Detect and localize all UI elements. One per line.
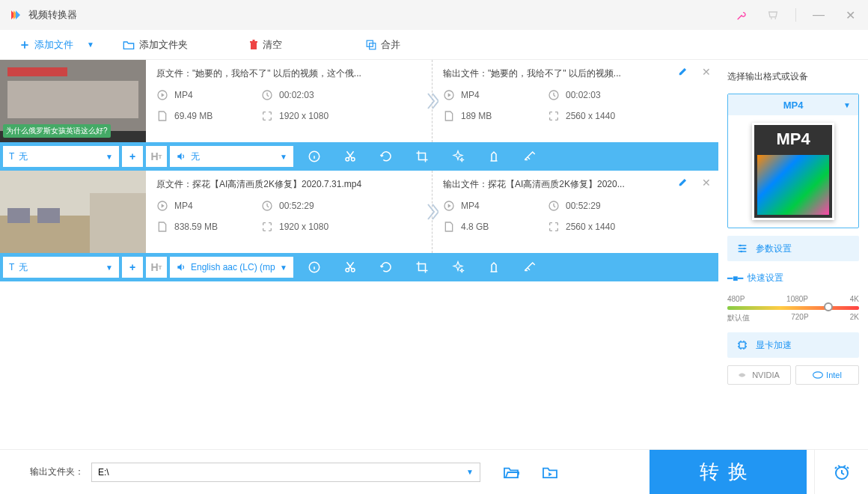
output-duration: 00:02:03 (548, 89, 623, 101)
watermark-tool[interactable] (476, 142, 512, 171)
format-dropdown[interactable]: MP4▼ (728, 94, 858, 115)
subtitle-dropdown[interactable]: T无▼ (3, 257, 119, 278)
add-subtitle-button[interactable]: + (122, 146, 143, 167)
intel-button[interactable]: Intel (795, 365, 859, 385)
effect-tool[interactable] (440, 253, 476, 281)
subtitle-tool[interactable] (512, 253, 548, 281)
intel-icon (813, 371, 823, 379)
quality-slider[interactable]: 480P1080P4K 默认值720P2K (727, 295, 859, 325)
output-size: 189 MB (443, 110, 518, 122)
mp4-preview-icon: MP4 (752, 123, 834, 220)
crop-tool[interactable] (404, 253, 440, 281)
thumb-image (0, 171, 146, 253)
effect-tool[interactable] (440, 142, 476, 171)
clear-label: 清空 (263, 38, 282, 52)
hardcode-subtitle-button[interactable]: HT (146, 257, 167, 278)
slider-thumb[interactable] (824, 302, 833, 311)
rotate-tool[interactable] (368, 142, 404, 171)
subtitle-dropdown[interactable]: T无▼ (3, 146, 119, 167)
nvidia-icon (739, 371, 749, 379)
clear-button[interactable]: 清空 (239, 33, 293, 57)
clock-icon (261, 89, 273, 101)
source-size: 838.59 MB (156, 221, 231, 233)
add-file-label: 添加文件 (34, 38, 73, 52)
convert-button[interactable]: 转换 (650, 450, 807, 495)
file-list: 为什么俄罗斯女孩英语这么好? 原文件："她要的，我给不了" 以后的视频，这个俄.… (0, 60, 718, 449)
thumb-caption: 为什么俄罗斯女孩英语这么好? (3, 124, 111, 138)
audio-icon (176, 262, 186, 272)
sidebar: 选择输出格式或设备 MP4▼ MP4 参数设置 ━■━快速设置 480P1080… (718, 60, 868, 449)
info-tool[interactable] (296, 253, 332, 281)
svg-point-25 (739, 245, 742, 247)
thumbnail[interactable] (0, 171, 146, 253)
source-duration: 00:52:29 (261, 200, 336, 212)
output-duration: 00:52:29 (548, 200, 623, 212)
merge-button[interactable]: 合并 (355, 33, 411, 57)
gpu-label: 显卡加速 (756, 339, 792, 352)
source-meta-2: 69.49 MB 1920 x 1080 (156, 110, 421, 122)
arrow-divider-icon (427, 203, 438, 221)
edit-tools (296, 253, 715, 281)
file-icon (156, 110, 168, 122)
add-folder-button[interactable]: 添加文件夹 (112, 33, 198, 57)
sidebar-title: 选择输出格式或设备 (727, 70, 859, 83)
output-resolution: 2560 x 1440 (548, 110, 623, 122)
file-row: 原文件：探花【AI高清画质2K修复】2020.7.31.mp4 MP4 00:5… (0, 171, 718, 253)
gpu-accel-button[interactable]: 显卡加速 (727, 332, 859, 358)
edit-icon[interactable] (678, 177, 688, 187)
subtitle-tool[interactable] (512, 142, 548, 171)
file-panels: 原文件：探花【AI高清画质2K修复】2020.7.31.mp4 MP4 00:5… (146, 171, 718, 253)
cart-icon[interactable] (764, 6, 782, 24)
add-file-dropdown[interactable]: ▼ (87, 40, 94, 49)
file-item: 为什么俄罗斯女孩英语这么好? 原文件："她要的，我给不了" 以后的视频，这个俄.… (0, 60, 718, 171)
titlebar-right: — ✕ (733, 6, 859, 24)
cut-tool[interactable] (332, 142, 368, 171)
audio-dropdown[interactable]: 无▼ (170, 146, 293, 167)
svg-rect-17 (90, 193, 146, 253)
open-folder-button[interactable] (503, 466, 519, 479)
source-duration: 00:02:03 (261, 89, 336, 101)
bottom-bar: 输出文件夹： E:\▼ 转换 (0, 449, 868, 494)
audio-icon (176, 151, 186, 162)
output-folder-label: 输出文件夹： (30, 466, 84, 478)
info-tool[interactable] (296, 142, 332, 171)
remove-item-button[interactable]: ✕ (702, 66, 711, 78)
source-meta-1: MP4 00:02:03 (156, 89, 421, 101)
source-format: MP4 (156, 200, 231, 212)
arrow-divider-icon (427, 92, 438, 110)
source-meta-1: MP4 00:52:29 (156, 200, 421, 212)
watermark-tool[interactable] (476, 253, 512, 281)
cut-tool[interactable] (332, 253, 368, 281)
edit-icon[interactable] (678, 66, 688, 76)
hardcode-subtitle-button[interactable]: HT (146, 146, 167, 167)
output-path-dropdown[interactable]: E:\▼ (91, 463, 480, 482)
rotate-tool[interactable] (368, 253, 404, 281)
crop-tool[interactable] (404, 142, 440, 171)
add-subtitle-button[interactable]: + (122, 257, 143, 278)
source-panel: 原文件："她要的，我给不了" 以后的视频，这个俄... MP4 00:02:03… (146, 60, 433, 142)
sliders-icon (736, 243, 748, 254)
video-folder-button[interactable] (542, 466, 558, 479)
svg-rect-4 (7, 81, 138, 118)
add-file-button[interactable]: 添加文件 (9, 33, 84, 57)
separator (795, 8, 796, 22)
params-button[interactable]: 参数设置 (727, 236, 859, 261)
remove-item-button[interactable]: ✕ (702, 177, 711, 189)
key-icon[interactable] (733, 6, 751, 24)
nvidia-button[interactable]: NVIDIA (727, 365, 791, 385)
file-item: 原文件：探花【AI高清画质2K修复】2020.7.31.mp4 MP4 00:5… (0, 171, 718, 281)
minimize-button[interactable]: — (810, 6, 828, 24)
gpu-vendor-row: NVIDIA Intel (727, 365, 859, 385)
app-logo-icon (9, 8, 22, 22)
schedule-button[interactable] (814, 450, 868, 495)
source-resolution: 1920 x 1080 (261, 221, 336, 233)
slider-top-labels: 480P1080P4K (727, 295, 859, 303)
close-button[interactable]: ✕ (841, 6, 859, 24)
thumbnail[interactable]: 为什么俄罗斯女孩英语这么好? (0, 60, 146, 142)
format-card: MP4▼ MP4 (727, 94, 859, 228)
slider-track[interactable] (727, 306, 859, 310)
audio-dropdown[interactable]: English aac (LC) (mp▼ (170, 257, 293, 278)
svg-point-26 (743, 248, 745, 250)
edit-tools (296, 142, 715, 171)
file-row: 为什么俄罗斯女孩英语这么好? 原文件："她要的，我给不了" 以后的视频，这个俄.… (0, 60, 718, 142)
